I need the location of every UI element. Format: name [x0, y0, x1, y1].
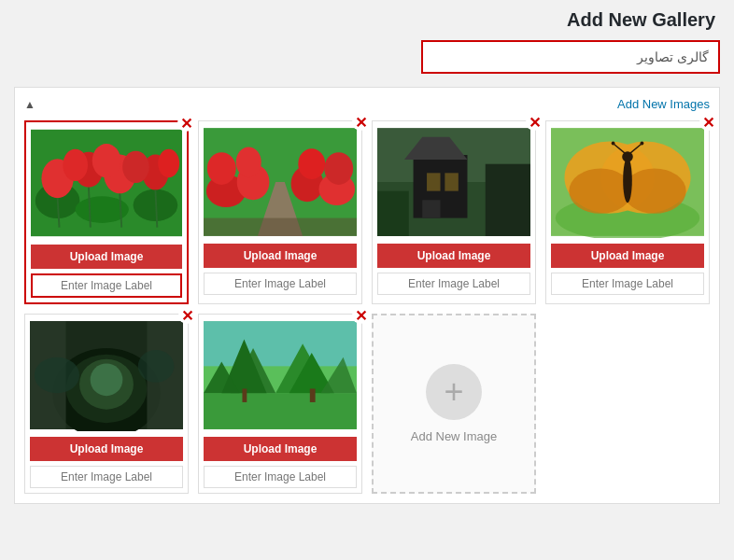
svg-point-53 [91, 363, 123, 396]
image-label-input[interactable] [204, 466, 357, 488]
gallery-panel: ▲ Add New Images ✕ [14, 87, 720, 504]
image-card: ✕ [545, 120, 710, 304]
svg-rect-31 [427, 173, 440, 190]
gallery-name-row [14, 40, 720, 74]
image-label-input[interactable] [30, 466, 183, 488]
image-thumbnail [204, 319, 357, 431]
svg-point-8 [63, 149, 88, 181]
upload-image-button[interactable]: Upload Image [377, 244, 530, 268]
svg-rect-32 [445, 173, 458, 190]
image-thumbnail [551, 126, 704, 238]
svg-rect-34 [377, 191, 409, 236]
image-label-input[interactable] [551, 273, 704, 295]
svg-point-22 [207, 152, 236, 185]
svg-point-24 [298, 148, 325, 179]
svg-point-56 [35, 357, 79, 394]
add-icon-circle: + [426, 364, 482, 420]
panel-header: ▲ Add New Images [24, 97, 710, 111]
remove-image-button[interactable]: ✕ [178, 307, 195, 324]
image-card: ✕ Upload Image [372, 120, 536, 304]
svg-rect-59 [204, 393, 357, 429]
images-grid: ✕ [24, 120, 710, 494]
upload-image-button[interactable]: Upload Image [30, 437, 183, 461]
image-card: ✕ [24, 120, 189, 304]
add-new-images-link[interactable]: Add New Images [617, 97, 710, 111]
svg-rect-63 [242, 388, 247, 401]
svg-rect-33 [422, 200, 440, 217]
image-label-input[interactable] [31, 273, 182, 298]
remove-image-button[interactable]: ✕ [526, 114, 543, 131]
page-title: Add New Gallery [14, 9, 720, 31]
upload-image-button[interactable]: Upload Image [204, 244, 357, 268]
svg-point-46 [612, 142, 615, 146]
image-thumbnail [31, 127, 182, 239]
svg-point-41 [623, 169, 686, 214]
svg-point-9 [92, 144, 120, 177]
svg-point-47 [641, 142, 644, 146]
svg-point-25 [324, 152, 353, 185]
upload-image-button[interactable]: Upload Image [551, 244, 704, 268]
svg-rect-60 [204, 321, 357, 366]
svg-rect-26 [204, 218, 357, 236]
remove-image-button[interactable]: ✕ [699, 114, 716, 131]
image-thumbnail [30, 319, 183, 431]
add-new-image-label: Add New Image [411, 429, 498, 443]
plus-icon: + [444, 375, 463, 409]
image-card: ✕ Upload Image [24, 314, 189, 494]
svg-point-40 [569, 169, 632, 214]
svg-rect-66 [310, 388, 316, 401]
image-thumbnail [377, 126, 530, 238]
svg-point-42 [623, 158, 632, 203]
svg-point-10 [122, 151, 149, 183]
image-thumbnail [204, 126, 357, 238]
svg-rect-35 [486, 164, 530, 236]
image-card: ✕ Upload [198, 120, 362, 304]
remove-image-button[interactable]: ✕ [352, 114, 369, 131]
sort-icon: ▲ [24, 98, 35, 111]
image-card: ✕ [198, 314, 362, 494]
svg-point-57 [138, 350, 175, 383]
image-label-input[interactable] [377, 273, 530, 295]
upload-image-button[interactable]: Upload Image [204, 437, 357, 461]
svg-point-11 [158, 149, 179, 177]
svg-rect-29 [414, 155, 468, 218]
upload-image-button[interactable]: Upload Image [31, 245, 182, 269]
remove-image-button[interactable]: ✕ [177, 115, 194, 132]
add-new-image-card[interactable]: + Add New Image [372, 314, 536, 494]
gallery-name-input[interactable] [421, 40, 720, 74]
svg-point-23 [236, 147, 261, 177]
page-container: Add New Gallery ▲ Add New Images ✕ [0, 0, 734, 513]
remove-image-button[interactable]: ✕ [352, 307, 369, 324]
image-label-input[interactable] [204, 273, 357, 295]
